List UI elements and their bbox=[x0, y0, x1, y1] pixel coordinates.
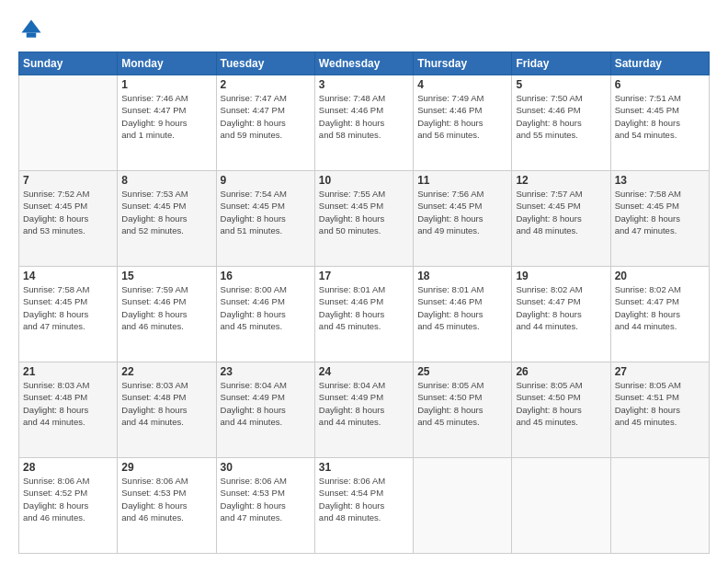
day-number: 2 bbox=[221, 78, 311, 91]
day-number: 20 bbox=[615, 270, 705, 282]
day-info: Sunrise: 8:01 AM Sunset: 4:46 PM Dayligh… bbox=[319, 283, 409, 332]
day-info: Sunrise: 8:02 AM Sunset: 4:47 PM Dayligh… bbox=[615, 283, 705, 332]
day-number: 14 bbox=[23, 270, 113, 282]
calendar-cell: 14Sunrise: 7:58 AM Sunset: 4:45 PM Dayli… bbox=[19, 267, 118, 362]
calendar-cell: 18Sunrise: 8:01 AM Sunset: 4:46 PM Dayli… bbox=[414, 267, 512, 362]
logo-icon bbox=[18, 17, 44, 42]
calendar-cell: 25Sunrise: 8:05 AM Sunset: 4:50 PM Dayli… bbox=[414, 362, 512, 458]
calendar-cell: 27Sunrise: 8:05 AM Sunset: 4:51 PM Dayli… bbox=[610, 362, 709, 458]
day-number: 12 bbox=[516, 174, 606, 187]
day-number: 31 bbox=[319, 461, 409, 474]
day-info: Sunrise: 7:53 AM Sunset: 4:45 PM Dayligh… bbox=[121, 188, 211, 236]
day-info: Sunrise: 7:58 AM Sunset: 4:45 PM Dayligh… bbox=[615, 188, 705, 236]
calendar-cell: 4Sunrise: 7:49 AM Sunset: 4:46 PM Daylig… bbox=[414, 75, 512, 171]
calendar-cell: 7Sunrise: 7:52 AM Sunset: 4:45 PM Daylig… bbox=[19, 171, 118, 267]
calendar-cell: 5Sunrise: 7:50 AM Sunset: 4:46 PM Daylig… bbox=[512, 75, 610, 171]
day-number: 26 bbox=[516, 365, 606, 378]
day-number: 29 bbox=[121, 461, 211, 474]
weekday-header-row: SundayMondayTuesdayWednesdayThursdayFrid… bbox=[19, 52, 710, 75]
day-info: Sunrise: 7:56 AM Sunset: 4:45 PM Dayligh… bbox=[417, 188, 507, 236]
weekday-header-friday: Friday bbox=[512, 52, 610, 75]
calendar-cell: 15Sunrise: 7:59 AM Sunset: 4:46 PM Dayli… bbox=[118, 267, 216, 362]
calendar-week-row: 28Sunrise: 8:06 AM Sunset: 4:52 PM Dayli… bbox=[19, 458, 710, 554]
day-info: Sunrise: 8:05 AM Sunset: 4:50 PM Dayligh… bbox=[516, 379, 606, 428]
calendar-cell: 20Sunrise: 8:02 AM Sunset: 4:47 PM Dayli… bbox=[610, 267, 709, 362]
calendar-cell: 17Sunrise: 8:01 AM Sunset: 4:46 PM Dayli… bbox=[314, 267, 413, 362]
day-number: 9 bbox=[221, 174, 311, 187]
weekday-header-sunday: Sunday bbox=[19, 52, 118, 75]
calendar-cell bbox=[414, 458, 512, 554]
calendar-cell bbox=[512, 458, 610, 554]
day-info: Sunrise: 8:05 AM Sunset: 4:51 PM Dayligh… bbox=[615, 379, 705, 428]
day-info: Sunrise: 8:06 AM Sunset: 4:53 PM Dayligh… bbox=[221, 475, 311, 523]
svg-marker-0 bbox=[22, 20, 41, 33]
day-info: Sunrise: 7:48 AM Sunset: 4:46 PM Dayligh… bbox=[319, 92, 409, 141]
day-info: Sunrise: 8:04 AM Sunset: 4:49 PM Dayligh… bbox=[221, 379, 311, 428]
day-info: Sunrise: 8:02 AM Sunset: 4:47 PM Dayligh… bbox=[516, 283, 606, 332]
weekday-header-thursday: Thursday bbox=[414, 52, 512, 75]
day-number: 3 bbox=[319, 78, 409, 91]
calendar-cell: 29Sunrise: 8:06 AM Sunset: 4:53 PM Dayli… bbox=[118, 458, 216, 554]
calendar-header: SundayMondayTuesdayWednesdayThursdayFrid… bbox=[19, 52, 710, 75]
day-info: Sunrise: 7:52 AM Sunset: 4:45 PM Dayligh… bbox=[23, 188, 113, 236]
day-info: Sunrise: 8:04 AM Sunset: 4:49 PM Dayligh… bbox=[319, 379, 409, 428]
day-number: 25 bbox=[417, 365, 507, 378]
calendar-cell: 28Sunrise: 8:06 AM Sunset: 4:52 PM Dayli… bbox=[19, 458, 118, 554]
calendar-week-row: 21Sunrise: 8:03 AM Sunset: 4:48 PM Dayli… bbox=[19, 362, 710, 458]
day-info: Sunrise: 7:51 AM Sunset: 4:45 PM Dayligh… bbox=[615, 92, 705, 141]
day-number: 6 bbox=[615, 78, 705, 91]
day-info: Sunrise: 7:50 AM Sunset: 4:46 PM Dayligh… bbox=[516, 92, 606, 141]
calendar-cell: 30Sunrise: 8:06 AM Sunset: 4:53 PM Dayli… bbox=[216, 458, 314, 554]
calendar-week-row: 1Sunrise: 7:46 AM Sunset: 4:47 PM Daylig… bbox=[19, 75, 710, 171]
calendar-cell: 31Sunrise: 8:06 AM Sunset: 4:54 PM Dayli… bbox=[314, 458, 413, 554]
day-info: Sunrise: 8:06 AM Sunset: 4:53 PM Dayligh… bbox=[121, 475, 211, 523]
day-number: 10 bbox=[319, 174, 409, 187]
day-info: Sunrise: 7:54 AM Sunset: 4:45 PM Dayligh… bbox=[221, 188, 311, 236]
day-info: Sunrise: 7:47 AM Sunset: 4:47 PM Dayligh… bbox=[221, 92, 311, 141]
day-number: 19 bbox=[516, 270, 606, 282]
day-number: 22 bbox=[121, 365, 211, 378]
day-info: Sunrise: 8:00 AM Sunset: 4:46 PM Dayligh… bbox=[221, 283, 311, 332]
calendar-cell: 6Sunrise: 7:51 AM Sunset: 4:45 PM Daylig… bbox=[610, 75, 709, 171]
day-number: 28 bbox=[23, 461, 113, 474]
calendar-cell: 12Sunrise: 7:57 AM Sunset: 4:45 PM Dayli… bbox=[512, 171, 610, 267]
weekday-header-monday: Monday bbox=[118, 52, 216, 75]
calendar-cell: 22Sunrise: 8:03 AM Sunset: 4:48 PM Dayli… bbox=[118, 362, 216, 458]
calendar-cell: 16Sunrise: 8:00 AM Sunset: 4:46 PM Dayli… bbox=[216, 267, 314, 362]
day-number: 11 bbox=[417, 174, 507, 187]
day-number: 7 bbox=[23, 174, 113, 187]
day-number: 18 bbox=[417, 270, 507, 282]
calendar-cell: 2Sunrise: 7:47 AM Sunset: 4:47 PM Daylig… bbox=[216, 75, 314, 171]
calendar-table: SundayMondayTuesdayWednesdayThursdayFrid… bbox=[18, 52, 710, 554]
day-number: 1 bbox=[121, 78, 211, 91]
calendar-cell: 24Sunrise: 8:04 AM Sunset: 4:49 PM Dayli… bbox=[314, 362, 413, 458]
weekday-header-saturday: Saturday bbox=[610, 52, 709, 75]
calendar-cell: 10Sunrise: 7:55 AM Sunset: 4:45 PM Dayli… bbox=[314, 171, 413, 267]
day-number: 5 bbox=[516, 78, 606, 91]
calendar-cell: 9Sunrise: 7:54 AM Sunset: 4:45 PM Daylig… bbox=[216, 171, 314, 267]
day-info: Sunrise: 7:59 AM Sunset: 4:46 PM Dayligh… bbox=[121, 283, 211, 332]
day-info: Sunrise: 7:55 AM Sunset: 4:45 PM Dayligh… bbox=[319, 188, 409, 236]
day-number: 17 bbox=[319, 270, 409, 282]
calendar-cell: 13Sunrise: 7:58 AM Sunset: 4:45 PM Dayli… bbox=[610, 171, 709, 267]
day-number: 15 bbox=[121, 270, 211, 282]
logo bbox=[18, 17, 48, 42]
day-info: Sunrise: 7:57 AM Sunset: 4:45 PM Dayligh… bbox=[516, 188, 606, 236]
day-number: 21 bbox=[23, 365, 113, 378]
weekday-header-wednesday: Wednesday bbox=[314, 52, 413, 75]
calendar-week-row: 7Sunrise: 7:52 AM Sunset: 4:45 PM Daylig… bbox=[19, 171, 710, 267]
day-number: 23 bbox=[221, 365, 311, 378]
svg-rect-1 bbox=[27, 33, 37, 38]
day-number: 16 bbox=[221, 270, 311, 282]
day-info: Sunrise: 8:01 AM Sunset: 4:46 PM Dayligh… bbox=[417, 283, 507, 332]
calendar-cell bbox=[19, 75, 118, 171]
day-number: 13 bbox=[615, 174, 705, 187]
day-info: Sunrise: 8:06 AM Sunset: 4:52 PM Dayligh… bbox=[23, 475, 113, 523]
header bbox=[18, 17, 710, 42]
day-number: 4 bbox=[417, 78, 507, 91]
calendar-cell: 19Sunrise: 8:02 AM Sunset: 4:47 PM Dayli… bbox=[512, 267, 610, 362]
day-number: 27 bbox=[615, 365, 705, 378]
day-info: Sunrise: 7:58 AM Sunset: 4:45 PM Dayligh… bbox=[23, 283, 113, 332]
day-info: Sunrise: 8:03 AM Sunset: 4:48 PM Dayligh… bbox=[121, 379, 211, 428]
day-info: Sunrise: 7:46 AM Sunset: 4:47 PM Dayligh… bbox=[121, 92, 211, 141]
